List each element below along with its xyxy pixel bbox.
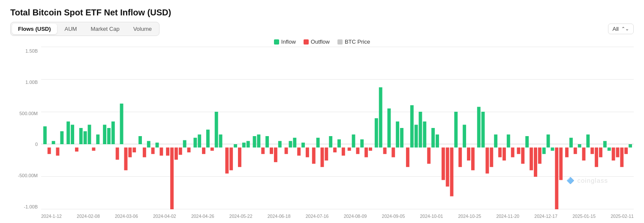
svg-rect-116 xyxy=(565,148,569,158)
svg-rect-102 xyxy=(503,148,506,161)
svg-rect-118 xyxy=(574,148,577,154)
svg-rect-111 xyxy=(542,148,546,154)
svg-rect-34 xyxy=(198,134,201,147)
svg-rect-38 xyxy=(215,112,218,148)
x-label-12: 2024-10-25 xyxy=(458,214,481,219)
x-label-13: 2024-11-20 xyxy=(496,214,519,219)
btcprice-color-dot xyxy=(337,39,343,45)
tab-aum[interactable]: AUM xyxy=(59,24,83,34)
svg-rect-81 xyxy=(410,105,414,148)
svg-rect-46 xyxy=(253,136,256,148)
svg-rect-74 xyxy=(379,87,382,148)
svg-rect-119 xyxy=(578,144,581,148)
svg-rect-23 xyxy=(147,141,150,147)
svg-rect-76 xyxy=(387,108,391,147)
svg-rect-53 xyxy=(285,148,288,154)
svg-rect-72 xyxy=(369,148,372,151)
svg-rect-113 xyxy=(551,148,554,151)
svg-rect-93 xyxy=(463,125,466,147)
tab-volume[interactable]: Volume xyxy=(127,24,158,34)
svg-rect-114 xyxy=(555,148,558,209)
chevron-down-icon: ⌃⌄ xyxy=(621,26,629,32)
svg-rect-29 xyxy=(175,148,178,160)
tab-marketcap[interactable]: Market Cap xyxy=(84,24,125,34)
svg-rect-122 xyxy=(590,148,594,154)
svg-rect-25 xyxy=(156,143,159,147)
svg-rect-107 xyxy=(525,136,529,148)
x-label-5: 2024-04-26 xyxy=(191,214,214,219)
svg-rect-110 xyxy=(538,148,542,164)
svg-rect-50 xyxy=(270,148,273,154)
svg-rect-22 xyxy=(143,148,146,158)
svg-rect-115 xyxy=(559,148,563,180)
svg-rect-57 xyxy=(301,143,305,147)
svg-rect-120 xyxy=(582,148,586,161)
svg-rect-96 xyxy=(477,107,481,148)
y-label-3: 500.00M xyxy=(10,111,41,116)
legend-btcprice-label: BTC Price xyxy=(345,39,370,45)
svg-rect-75 xyxy=(383,148,387,154)
svg-rect-106 xyxy=(521,148,524,164)
svg-rect-30 xyxy=(179,148,182,155)
x-label-14: 2024-12-17 xyxy=(534,214,557,219)
time-range-select[interactable]: All ⌃⌄ xyxy=(608,24,634,34)
svg-rect-33 xyxy=(193,138,197,148)
svg-rect-0 xyxy=(43,126,47,144)
x-label-16: 2025-02-11 xyxy=(611,214,634,219)
svg-rect-79 xyxy=(400,128,403,148)
svg-rect-12 xyxy=(96,134,99,144)
y-label-1: 1.50B xyxy=(10,48,41,54)
svg-rect-40 xyxy=(225,148,229,174)
svg-rect-15 xyxy=(111,122,115,144)
svg-rect-18 xyxy=(124,148,127,170)
svg-rect-4 xyxy=(60,131,63,144)
svg-rect-86 xyxy=(431,128,435,148)
svg-rect-1 xyxy=(48,148,51,154)
tab-group: Flows (USD) AUM Market Cap Volume xyxy=(10,22,159,36)
svg-rect-52 xyxy=(278,141,282,147)
svg-rect-108 xyxy=(530,148,533,170)
x-label-3: 2024-03-06 xyxy=(115,214,138,219)
x-label-6: 2024-05-22 xyxy=(229,214,253,219)
svg-rect-128 xyxy=(616,148,620,158)
svg-rect-41 xyxy=(229,148,233,170)
bars-svg xyxy=(41,47,634,209)
svg-rect-59 xyxy=(312,148,316,164)
svg-rect-66 xyxy=(342,148,345,156)
x-label-9: 2024-08-09 xyxy=(344,214,367,219)
y-label-2: 1.00B xyxy=(10,80,41,85)
y-label-6: -1.00B xyxy=(10,204,41,209)
chart-legend: Inflow Outflow BTC Price xyxy=(10,39,634,45)
svg-rect-5 xyxy=(66,122,70,144)
svg-rect-85 xyxy=(427,148,430,164)
x-axis: 2024-1-12 2024-02-08 2024-03-06 2024-04-… xyxy=(41,209,634,219)
tab-flows[interactable]: Flows (USD) xyxy=(12,24,57,34)
x-label-8: 2024-07-16 xyxy=(306,214,329,219)
svg-rect-95 xyxy=(471,148,475,170)
svg-rect-20 xyxy=(132,148,136,152)
svg-rect-88 xyxy=(442,148,445,180)
svg-rect-70 xyxy=(360,140,364,148)
svg-rect-105 xyxy=(517,148,521,154)
svg-rect-84 xyxy=(423,122,426,148)
svg-rect-82 xyxy=(415,125,418,147)
svg-rect-67 xyxy=(348,148,351,151)
legend-outflow: Outflow xyxy=(304,39,330,45)
svg-rect-80 xyxy=(406,148,409,167)
svg-rect-100 xyxy=(494,134,497,147)
svg-rect-26 xyxy=(159,148,163,156)
svg-rect-13 xyxy=(103,125,106,144)
svg-rect-101 xyxy=(498,148,502,158)
x-label-4: 2024-04-02 xyxy=(153,214,176,219)
chart-inner: 2024-1-12 2024-02-08 2024-03-06 2024-04-… xyxy=(41,47,634,219)
svg-rect-31 xyxy=(183,140,187,148)
svg-rect-17 xyxy=(120,104,123,144)
svg-rect-73 xyxy=(375,118,378,147)
svg-rect-21 xyxy=(138,136,142,144)
chart-area: 1.50B 1.00B 500.00M 0 -500.00M -1.00B xyxy=(10,47,634,219)
svg-rect-83 xyxy=(419,112,422,148)
select-value: All xyxy=(613,26,619,32)
svg-rect-35 xyxy=(202,148,205,154)
svg-rect-117 xyxy=(569,138,573,148)
svg-rect-55 xyxy=(293,138,296,148)
